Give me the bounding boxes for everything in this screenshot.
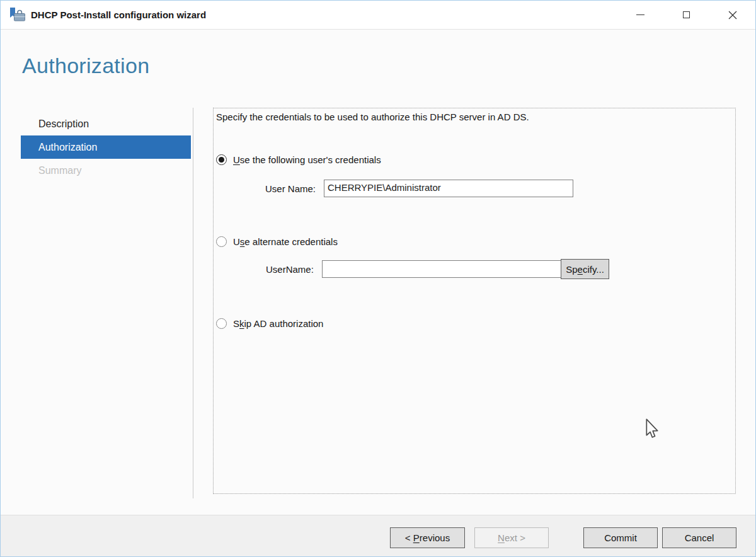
radio-label: Skip AD authorization: [233, 318, 323, 329]
user-name-input[interactable]: [324, 180, 573, 197]
next-button[interactable]: Next >: [474, 527, 549, 548]
maximize-icon: [683, 11, 690, 18]
user-name-row: User Name:: [265, 180, 573, 197]
window-title: DHCP Post-Install configuration wizard: [31, 1, 206, 29]
cancel-button[interactable]: Cancel: [662, 527, 736, 548]
sidebar-divider: [193, 108, 193, 498]
wizard-window: DHCP Post-Install configuration wizard A…: [0, 0, 756, 557]
radio-option-alternate-credentials[interactable]: Use alternate credentials: [216, 234, 338, 248]
radio-option-skip-authorization[interactable]: Skip AD authorization: [216, 316, 323, 330]
alt-user-name-row: UserName:: [266, 260, 571, 278]
radio-icon: [216, 236, 227, 247]
maximize-button[interactable]: [663, 1, 709, 29]
radio-label: Use the following user's credentials: [233, 154, 381, 165]
wizard-steps: Description Authorization Summary: [21, 112, 191, 182]
radio-icon: [216, 318, 227, 329]
user-name-label: User Name:: [265, 183, 316, 194]
alt-user-name-input[interactable]: [322, 260, 571, 278]
sidebar-item-description[interactable]: Description: [21, 112, 191, 135]
radio-label: Use alternate credentials: [233, 236, 338, 247]
instruction-text: Specify the credentials to be used to au…: [216, 112, 529, 122]
minimize-button[interactable]: [617, 1, 663, 29]
page-title: Authorization: [22, 54, 149, 78]
title-bar: DHCP Post-Install configuration wizard: [1, 1, 755, 30]
radio-icon: [216, 154, 227, 165]
close-icon: [728, 11, 737, 20]
minimize-icon: [636, 14, 644, 15]
sidebar-item-summary: Summary: [21, 159, 191, 182]
commit-button[interactable]: Commit: [583, 527, 658, 548]
previous-button[interactable]: < Previous: [390, 527, 465, 548]
alt-user-name-label: UserName:: [266, 264, 314, 275]
window-controls: [617, 1, 755, 29]
footer-bar: < Previous Next > Commit Cancel: [1, 515, 755, 557]
app-icon: [9, 6, 26, 23]
close-button[interactable]: [709, 1, 755, 29]
radio-option-following-credentials[interactable]: Use the following user's credentials: [216, 152, 381, 166]
sidebar-item-authorization[interactable]: Authorization: [21, 135, 191, 159]
credentials-panel: Specify the credentials to be used to au…: [213, 108, 736, 494]
specify-button[interactable]: Specify...: [561, 259, 609, 279]
